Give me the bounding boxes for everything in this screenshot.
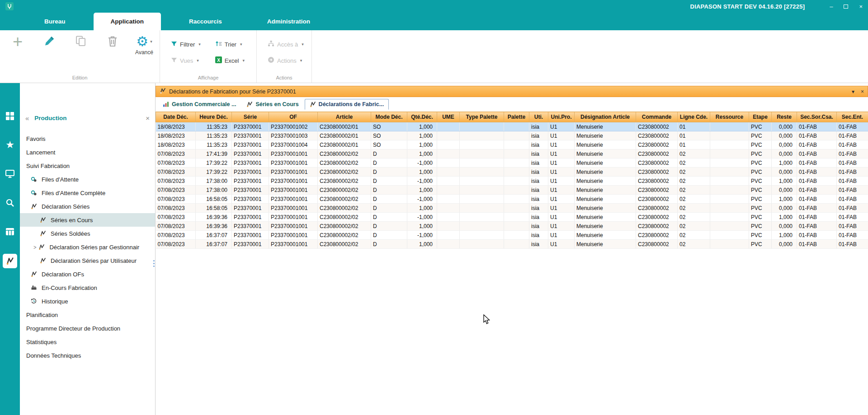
header-dropdown-icon[interactable]: ▾ xyxy=(852,89,854,95)
column-header[interactable]: Ressource xyxy=(710,112,749,122)
document-tab[interactable]: Séries en Cours xyxy=(242,99,303,110)
sidebar-item[interactable]: Historique xyxy=(20,294,155,308)
sidebar-item[interactable]: Planification xyxy=(20,308,155,322)
table-module-icon[interactable] xyxy=(3,225,17,238)
table-row[interactable]: 07/08/202316:58:05P23370001P23370001001C… xyxy=(156,204,868,213)
sidebar-item[interactable]: Séries en Cours xyxy=(20,213,155,227)
sidebar-item[interactable]: En-Cours Fabrication xyxy=(20,281,155,294)
table-row[interactable]: 18/08/202311:35:23P23370001P23370001002C… xyxy=(156,122,868,131)
menu-tab-raccourcis[interactable]: Raccourcis xyxy=(172,13,239,30)
menu-tab-administration[interactable]: Administration xyxy=(250,13,327,30)
menu-tab-bureau[interactable]: Bureau xyxy=(27,13,83,30)
table-row[interactable]: 07/08/202317:39:22P23370001P23370001001C… xyxy=(156,159,868,168)
edit-button[interactable] xyxy=(39,35,60,49)
sidebar-item[interactable]: Programme Directeur de Production xyxy=(20,322,155,335)
table-cell xyxy=(504,204,529,213)
table-row[interactable]: 07/08/202317:38:00P23370001P23370001001C… xyxy=(156,177,868,186)
table-row[interactable]: 18/08/202311:35:23P23370001P23370001003C… xyxy=(156,131,868,140)
column-header[interactable]: Palette xyxy=(504,112,529,122)
table-row[interactable]: 07/08/202316:37:07P23370001P23370001001C… xyxy=(156,231,868,240)
sidebar-item-label: Déclaration Séries par Gestionnair xyxy=(49,244,139,251)
add-button[interactable]: + xyxy=(7,35,28,48)
monitor-icon[interactable] xyxy=(3,167,17,181)
column-header[interactable]: Désignation Article xyxy=(575,112,636,122)
copy-button[interactable] xyxy=(71,35,91,49)
sidebar-item[interactable]: Lancement xyxy=(20,145,155,159)
table-cell: P23370001002 xyxy=(269,122,318,131)
table-cell: P23370001001 xyxy=(269,240,318,249)
sidebar-item[interactable]: Files d'Attente xyxy=(20,173,155,186)
table-cell: U1 xyxy=(548,231,575,240)
table-row[interactable]: 07/08/202316:37:07P23370001P23370001001C… xyxy=(156,240,868,249)
maximize-button[interactable] xyxy=(844,5,848,9)
advanced-button[interactable]: ⚙ ▾ Avancé xyxy=(134,35,155,56)
column-header[interactable]: Série xyxy=(232,112,269,122)
table-row[interactable]: 07/08/202316:39:36P23370001P23370001001C… xyxy=(156,222,868,231)
table-cell: SO xyxy=(371,140,407,149)
sort-button[interactable]: Trier ▾ xyxy=(215,38,250,50)
minimize-button[interactable]: – xyxy=(830,3,833,10)
document-tab[interactable]: Gestion Commerciale ... xyxy=(158,99,241,110)
table-row[interactable]: 07/08/202317:39:22P23370001P23370001001C… xyxy=(156,168,868,177)
access-button[interactable]: Accès à ▾ xyxy=(268,38,305,50)
views-button[interactable]: Vues ▾ xyxy=(171,55,206,66)
table-cell: 07/08/2023 xyxy=(156,231,196,240)
search-icon[interactable] xyxy=(3,196,17,210)
table-row[interactable]: 18/08/202311:35:23P23370001P23370001004C… xyxy=(156,140,868,149)
sidebar-item[interactable]: Déclaration Séries par Utilisateur xyxy=(20,254,155,267)
column-header[interactable]: OF xyxy=(269,112,318,122)
document-tab[interactable]: Déclarations de Fabric... xyxy=(305,99,389,110)
column-header[interactable]: Commande xyxy=(636,112,678,122)
collapse-panel-icon[interactable]: « xyxy=(25,114,29,122)
excel-button[interactable]: X Excel ▾ xyxy=(215,55,250,66)
favorites-star-icon[interactable]: ★ xyxy=(3,138,17,152)
sidebar-item[interactable]: Suivi Fabrication xyxy=(20,159,155,173)
menu-tab-application[interactable]: Application xyxy=(94,13,161,30)
column-header[interactable]: Sec.Sor.Csa. xyxy=(797,112,837,122)
column-header[interactable]: Sec.Ent. xyxy=(837,112,868,122)
column-header[interactable]: Article xyxy=(318,112,371,122)
sidebar-item[interactable]: Données Techniques xyxy=(20,349,155,362)
column-header[interactable]: Reste xyxy=(772,112,797,122)
funnel-icon xyxy=(171,41,177,48)
column-header[interactable]: Mode Déc. xyxy=(371,112,407,122)
panel-resize-grip[interactable] xyxy=(153,260,155,267)
column-header[interactable]: Ligne Cde. xyxy=(678,112,710,122)
table-cell: 01 xyxy=(678,131,710,140)
column-header[interactable]: Heure Déc. xyxy=(196,112,232,122)
close-panel-icon[interactable]: × xyxy=(146,114,150,122)
sidebar-item[interactable]: Statistiques xyxy=(20,335,155,349)
table-cell xyxy=(504,222,529,231)
table-row[interactable]: 07/08/202317:38:00P23370001P23370001001C… xyxy=(156,186,868,195)
sidebar-item[interactable]: Files d'Attente Complète xyxy=(20,186,155,200)
production-module-icon[interactable] xyxy=(3,254,17,268)
sidebar-item-label: En-Cours Fabrication xyxy=(42,284,97,291)
table-cell: P23370001001 xyxy=(269,213,318,222)
sidebar-item[interactable]: Favoris xyxy=(20,132,155,145)
table-row[interactable]: 07/08/202316:58:05P23370001P23370001001C… xyxy=(156,195,868,204)
column-header[interactable]: Uni.Pro. xyxy=(548,112,575,122)
header-close-icon[interactable]: × xyxy=(861,89,864,95)
window-title: DIAPASON START DEV 04.16.20 [27225] xyxy=(690,3,805,10)
column-header[interactable]: Qté.Déc. xyxy=(407,112,437,122)
column-header[interactable]: UME xyxy=(437,112,460,122)
close-button[interactable]: × xyxy=(859,3,863,10)
column-header[interactable]: Date Déc. xyxy=(156,112,196,122)
actions-button[interactable]: Actions ▾ xyxy=(268,55,305,66)
table-cell: Menuiserie xyxy=(575,222,636,231)
table-cell: Menuiserie xyxy=(575,186,636,195)
delete-button[interactable] xyxy=(102,35,123,49)
expand-chevron-icon[interactable]: > xyxy=(33,244,36,250)
sidebar-item[interactable]: Déclaration OFs xyxy=(20,267,155,281)
table-row[interactable]: 07/08/202317:41:39P23370001P23370001001C… xyxy=(156,149,868,159)
filter-button[interactable]: Filtrer ▾ xyxy=(171,38,206,50)
sidebar-item[interactable]: Déclaration Séries xyxy=(20,200,155,213)
column-header[interactable]: Type Palette xyxy=(460,112,504,122)
table-row[interactable]: 07/08/202316:39:36P23370001P23370001001C… xyxy=(156,213,868,222)
sidebar-item[interactable]: >Déclaration Séries par Gestionnair xyxy=(20,240,155,254)
table-cell: 01-FAB xyxy=(797,186,837,195)
column-header[interactable]: Etape xyxy=(749,112,772,122)
sidebar-item[interactable]: Séries Soldées xyxy=(20,227,155,240)
column-header[interactable]: Uti. xyxy=(529,112,548,122)
modules-icon[interactable] xyxy=(3,109,17,123)
